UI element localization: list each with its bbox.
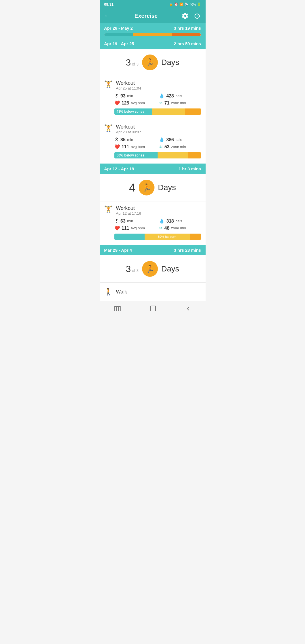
zone-below-3	[114, 234, 145, 240]
progress-yellow	[133, 33, 172, 36]
zone-fatburn-1	[152, 108, 186, 115]
zone-bar-container-2: 50% below zones	[114, 152, 201, 158]
stat-bpm-unit-1: avg bpm	[131, 101, 145, 105]
run-circle-1: 🏃	[142, 55, 158, 70]
week-header-2[interactable]: Apr 12 - Apr 18 1 hr 3 mins	[100, 164, 206, 174]
stat-cal-val-2: 386	[166, 137, 174, 142]
week-header-partial[interactable]: Apr 19 - Apr 25 2 hrs 59 mins	[100, 38, 206, 49]
stat-calories-2: 💧 386 cals	[159, 137, 201, 142]
stat-zone-1: ≋ 71 zone min	[159, 100, 201, 106]
of-text-3: of 3	[132, 268, 138, 273]
stat-zone-val-2: 53	[164, 144, 169, 149]
wave-icon-3: ≋	[159, 225, 163, 231]
walk-icon: 🚶	[104, 288, 113, 296]
stat-bpm-val-3: 111	[122, 226, 129, 231]
week-duration-1: 3 hrs 19 mins	[174, 26, 201, 31]
drop-icon-3: 💧	[159, 218, 165, 224]
stat-cal-unit-1: cals	[176, 94, 182, 98]
days-count-1: 3	[126, 57, 131, 68]
stat-cal-unit-2: cals	[176, 138, 182, 142]
days-count-2: 4	[129, 181, 135, 194]
recent-apps-icon	[114, 305, 121, 312]
week-label-2: Apr 12 - Apr 18	[104, 166, 134, 171]
workout-date-1: Apr 25 at 11:04	[116, 86, 141, 90]
stat-zone-3: ≋ 48 zone min	[159, 225, 201, 231]
signal-icon: 📡	[184, 3, 188, 6]
workout-stats-3: ⏱ 63 min 💧 318 cals ❤️ 111 avg bpm ≋ 48 …	[114, 218, 201, 231]
timer-button[interactable]	[193, 12, 201, 19]
workout-icon-2: 🏋️	[104, 125, 113, 131]
wave-icon-1: ≋	[159, 100, 163, 106]
stat-duration-1: ⏱ 93 min	[114, 93, 156, 99]
back-nav-button[interactable]	[185, 306, 191, 313]
week-header-1[interactable]: Apr 26 - May 2 3 hrs 19 mins	[100, 23, 206, 33]
svg-rect-2	[119, 306, 120, 311]
progress-bar-wrapper-1	[100, 33, 206, 38]
workout-card-2[interactable]: 🏋️ Workout Apr 23 at 08:37 ⏱ 85 min 💧 38…	[100, 120, 206, 164]
workout-title-block-1: Workout Apr 25 at 11:04	[116, 80, 141, 90]
run-icon-1: 🏃	[145, 58, 154, 67]
stat-calories-3: 💧 318 cals	[159, 218, 201, 224]
zone-bar-2: 50% below zones	[114, 152, 201, 158]
workout-title-2: Workout	[116, 124, 141, 130]
stat-zone-unit-1: zone min	[171, 101, 186, 105]
drop-icon-1: 💧	[159, 93, 165, 99]
wave-icon-2: ≋	[159, 144, 163, 149]
bottom-nav	[100, 301, 206, 317]
zone-fatburn-labeled: 50% fat burn	[145, 234, 190, 240]
zone-bar-3: 50% fat burn	[114, 234, 201, 240]
stat-bpm-1: ❤️ 125 avg bpm	[114, 100, 156, 106]
status-bar: 08:31 🔒 ⏰ 📶 📡 40% 🔋	[100, 0, 206, 9]
stat-zone-2: ≋ 53 zone min	[159, 144, 201, 149]
zone-fatburn-2	[158, 152, 188, 158]
zone-cardio-2	[188, 152, 201, 158]
days-row-3: 3 of 3 🏃 Days	[100, 255, 206, 282]
zone-cardio-1	[185, 108, 201, 115]
days-row-1: 3 of 3 🏃 Days	[100, 49, 206, 76]
back-button[interactable]: ←	[104, 12, 110, 19]
stat-zone-val-1: 71	[164, 101, 169, 106]
workout-card-1[interactable]: 🏋️ Workout Apr 25 at 11:04 ⏱ 93 min 💧 42…	[100, 76, 206, 120]
alarm-icon: ⏰	[174, 3, 178, 6]
workout-title-1: Workout	[116, 80, 141, 86]
wifi-icon: 📶	[179, 3, 183, 6]
stat-calories-1: 💧 428 cals	[159, 93, 201, 99]
workout-header-3: 🏋️ Workout Apr 12 at 17:16	[104, 205, 201, 216]
stat-zone-unit-3: zone min	[171, 226, 186, 230]
heart-icon-1: ❤️	[114, 100, 120, 106]
workout-stats-2: ⏱ 85 min 💧 386 cals ❤️ 111 avg bpm ≋ 53 …	[114, 137, 201, 149]
week-label-3: Mar 29 - Apr 4	[104, 248, 132, 253]
walk-title: Walk	[116, 289, 127, 295]
stat-bpm-unit-3: avg bpm	[131, 226, 145, 230]
days-label-2: Days	[158, 183, 176, 192]
recent-apps-button[interactable]	[114, 305, 121, 314]
workout-title-3: Workout	[116, 205, 141, 211]
run-circle-3: 🏃	[142, 261, 158, 277]
zone-below-1: 43% below zones	[114, 108, 152, 115]
page-title: Exercise	[134, 13, 158, 19]
week-header-3[interactable]: Mar 29 - Apr 4 3 hrs 23 mins	[100, 245, 206, 255]
lock-icon: 🔒	[169, 3, 173, 6]
workout-icon-1: 🏋️	[104, 81, 113, 88]
workout-icon-3: 🏋️	[104, 206, 113, 213]
run-circle-2: 🏃	[139, 180, 154, 195]
drop-icon-2: 💧	[159, 137, 165, 142]
clock-icon-1: ⏱	[114, 93, 119, 99]
walk-card[interactable]: 🚶 Walk	[100, 282, 206, 301]
days-count-3: 3	[126, 264, 131, 274]
gear-icon	[182, 12, 189, 19]
workout-card-3[interactable]: 🏋️ Workout Apr 12 at 17:16 ⏱ 63 min 💧 31…	[100, 201, 206, 245]
settings-button[interactable]	[182, 12, 189, 19]
of-text-1: of 3	[132, 62, 138, 66]
clock-icon-3: ⏱	[114, 219, 119, 224]
home-icon	[150, 305, 156, 312]
days-count-container-3: 3 of 3	[126, 264, 139, 274]
nav-icons	[182, 12, 201, 19]
stat-zone-unit-2: zone min	[171, 145, 186, 149]
stat-cal-val-1: 428	[166, 93, 174, 99]
run-icon-2: 🏃	[142, 183, 151, 192]
home-button[interactable]	[150, 305, 156, 314]
week-duration-3: 3 hrs 23 mins	[174, 248, 201, 253]
zone-cardio-3	[190, 234, 201, 240]
zone-below-2: 50% below zones	[114, 152, 158, 158]
